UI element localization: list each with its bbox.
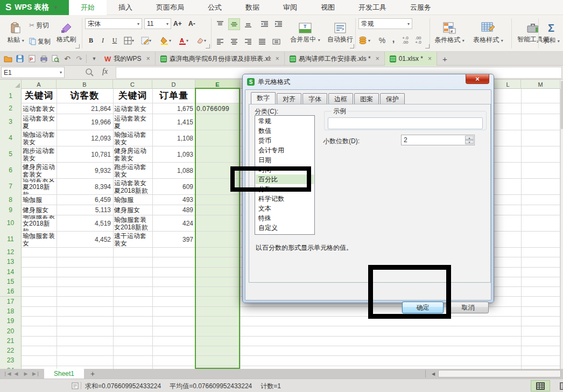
row-header-10[interactable]: 10 — [0, 215, 22, 232]
cell-B8[interactable]: 6,459 — [57, 195, 113, 205]
category-item-货币[interactable]: 货币 — [256, 136, 314, 145]
spin-up-icon[interactable]: ▲ — [465, 136, 474, 140]
cell-B2[interactable]: 21,864 — [57, 103, 113, 114]
toolbar-options-icon[interactable]: ▼ — [89, 54, 99, 64]
cell-B7[interactable]: 8,394 — [57, 179, 113, 194]
row-header-15[interactable]: 15 — [0, 277, 22, 287]
doc-tab[interactable]: 易淘讲师工作安排表.xls *× — [285, 52, 385, 66]
first-sheet-icon[interactable]: ❘◀ — [3, 371, 10, 376]
cell-A8[interactable]: 瑜伽服 — [22, 195, 57, 205]
close-icon[interactable]: × — [276, 55, 279, 62]
redo-icon[interactable]: ↷ — [74, 54, 84, 64]
increase-font-button[interactable]: A+ — [173, 18, 182, 30]
row-header-11[interactable]: 11 — [0, 231, 22, 248]
cell-A10[interactable]: 瑜伽服套装女2018新款 — [22, 215, 57, 231]
col-header-E[interactable]: E — [195, 80, 240, 89]
col-header-L[interactable]: L — [495, 80, 521, 89]
category-item-科学记数[interactable]: 科学记数 — [256, 194, 314, 204]
fill-color-button[interactable]: ▾ — [160, 34, 171, 46]
row-header-20[interactable]: 20 — [0, 326, 22, 336]
cell-A7[interactable]: 运动套装女夏2018新款 — [22, 179, 57, 194]
decrease-decimal-button[interactable]: .00+.0 — [412, 34, 424, 46]
font-name-select[interactable]: 宋体▾ — [85, 18, 142, 29]
open-file-icon[interactable] — [3, 54, 13, 64]
row-header-23[interactable]: 23 — [0, 355, 22, 366]
paste-button[interactable]: 粘贴 ▾ — [4, 17, 27, 50]
percent-button[interactable]: % — [377, 34, 388, 46]
cell-D6[interactable]: 1,088 — [152, 163, 195, 178]
font-group-launcher-icon[interactable] — [206, 44, 210, 48]
font-size-select[interactable]: 11▾ — [144, 18, 171, 29]
menu-tab-云服务[interactable]: 云服务 — [398, 0, 443, 15]
cell-D11[interactable]: 397 — [152, 232, 195, 247]
cell-C8[interactable]: 瑜伽服 — [113, 195, 152, 205]
page-break-view-icon[interactable] — [554, 380, 563, 391]
copy-button[interactable]: 复制 — [29, 36, 51, 47]
align-left-icon[interactable] — [214, 36, 226, 47]
hscroll-left-icon[interactable]: ◀ — [430, 370, 437, 377]
category-item-数值[interactable]: 数值 — [256, 126, 314, 136]
dialog-tab-图案[interactable]: 图案 — [354, 93, 379, 104]
conditional-format-button[interactable]: ≠ 条件格式 ▾ — [433, 17, 466, 50]
row-header-6[interactable]: 6 — [0, 162, 22, 179]
cell-C5[interactable]: 健身房运动套装女 — [113, 146, 152, 162]
sum-button[interactable]: Σ 求和 ▾ — [540, 17, 562, 50]
decrease-indent-icon[interactable] — [258, 18, 270, 30]
row-header-7[interactable]: 7 — [0, 178, 22, 195]
next-sheet-icon[interactable]: ▶ — [23, 371, 29, 376]
col-header-B[interactable]: B — [57, 80, 113, 89]
row-header-2[interactable]: 2 — [0, 103, 22, 114]
row-header-14[interactable]: 14 — [0, 267, 22, 277]
cell-C11[interactable]: 速干运动套装女 — [113, 232, 152, 247]
cell-B11[interactable]: 4,452 — [57, 232, 113, 247]
save-icon[interactable] — [15, 54, 25, 64]
number-format-select[interactable]: 常规▾ — [358, 18, 412, 29]
cell-C2[interactable]: 运动套装女 — [113, 103, 152, 114]
new-document-tab-icon[interactable]: + — [437, 52, 453, 66]
cell-A6[interactable]: 健身房运动套装女 — [22, 163, 57, 178]
close-icon[interactable]: × — [146, 55, 150, 62]
insert-function-button[interactable]: fx — [102, 67, 108, 76]
menu-tab-公式[interactable]: 公式 — [196, 0, 234, 15]
select-all-corner[interactable] — [0, 80, 22, 89]
cell-B10[interactable]: 4,519 — [57, 215, 113, 231]
align-bottom-icon[interactable] — [242, 18, 254, 30]
cell-B5[interactable]: 10,781 — [57, 146, 113, 162]
align-top-icon[interactable] — [214, 18, 226, 30]
prev-sheet-icon[interactable]: ◀ — [13, 371, 19, 376]
cell-A4[interactable]: 瑜伽运动套装女 — [22, 130, 57, 146]
doc-tab[interactable]: 01.xlsx *× — [385, 52, 437, 66]
justify-icon[interactable] — [256, 36, 268, 47]
underline-button[interactable]: U — [110, 34, 119, 46]
col-header-A[interactable]: A — [22, 80, 57, 89]
increase-indent-icon[interactable] — [272, 18, 284, 30]
cut-button[interactable]: ✂剪切 — [29, 19, 49, 31]
col-header-D[interactable]: D — [152, 80, 195, 89]
menu-tab-开发工具[interactable]: 开发工具 — [347, 0, 398, 15]
row-header-16[interactable]: 16 — [0, 286, 22, 297]
cancel-button[interactable]: 取消 — [447, 302, 489, 313]
align-middle-icon[interactable] — [228, 18, 240, 30]
cell-D7[interactable]: 609 — [152, 179, 195, 194]
spin-down-icon[interactable]: ▼ — [465, 140, 474, 144]
doc-tab[interactable]: W我的WPS× — [100, 52, 156, 66]
decrease-font-button[interactable]: A- — [188, 18, 195, 30]
cell-D9[interactable]: 489 — [152, 205, 195, 215]
row-header-18[interactable]: 18 — [0, 306, 22, 317]
cell-C9[interactable]: 健身服女 — [113, 205, 152, 215]
cell-C6[interactable]: 跑步运动套装女 — [113, 163, 152, 178]
cell-B6[interactable]: 9,932 — [57, 163, 113, 178]
row-header-12[interactable]: 12 — [0, 247, 22, 257]
menu-tab-开始[interactable]: 开始 — [69, 0, 107, 15]
category-item-特殊[interactable]: 特殊 — [256, 213, 314, 223]
row-header-5[interactable]: 5 — [0, 146, 22, 163]
dialog-title-bar[interactable]: S 单元格格式 — [243, 74, 494, 89]
row-header-1[interactable]: 1 — [0, 88, 22, 103]
cell-A2[interactable]: 运动套装女 — [22, 103, 57, 114]
row-header-24[interactable]: 24 — [0, 366, 22, 369]
cell-C3[interactable]: 运动套装女夏 — [113, 114, 152, 130]
cell-B9[interactable]: 5,113 — [57, 205, 113, 215]
menu-tab-数据[interactable]: 数据 — [234, 0, 271, 15]
row-header-8[interactable]: 8 — [0, 194, 22, 205]
cell-A1[interactable]: 关键词 — [22, 89, 57, 103]
